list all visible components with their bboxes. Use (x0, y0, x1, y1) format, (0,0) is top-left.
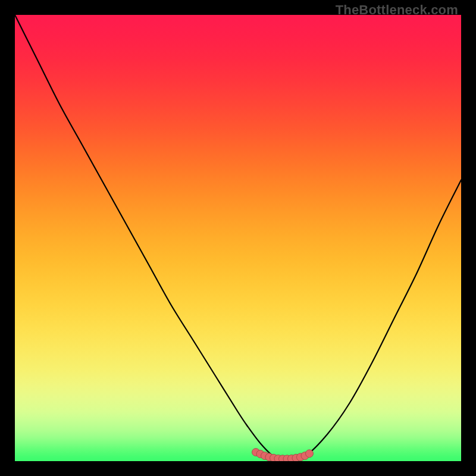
watermark-text: TheBottleneck.com (336, 2, 458, 18)
marker-dot (306, 450, 314, 458)
plot-frame (15, 15, 461, 461)
highlight-band (252, 449, 314, 462)
plot-overlay (15, 15, 461, 461)
bottleneck-curve (15, 15, 461, 461)
